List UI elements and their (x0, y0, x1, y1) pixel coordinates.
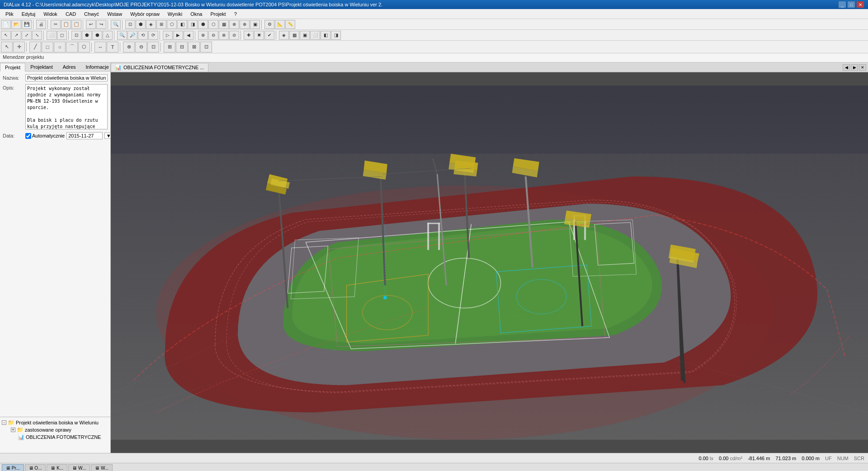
tb2-27[interactable]: ▣ (300, 31, 310, 40)
tb3-zoom-in[interactable]: ⊕ (123, 42, 135, 52)
tb2-2[interactable]: ↗ (11, 31, 21, 40)
tb3-snap2[interactable]: ⊟ (176, 42, 188, 52)
tb2-16[interactable]: ▶ (173, 31, 183, 40)
tb1-o[interactable]: 📐 (275, 20, 285, 29)
tb1-h[interactable]: ⬢ (198, 20, 208, 29)
menu-widok[interactable]: Widok (40, 10, 61, 18)
tree-zastosowane[interactable]: + 📁 zastosowane oprawy (2, 426, 108, 433)
tb2-30[interactable]: ◨ (331, 31, 341, 40)
tb1-n[interactable]: ⚙ (264, 20, 274, 29)
auto-checkbox-label[interactable]: Automatycznie (25, 133, 65, 139)
tb2-7[interactable]: ⊡ (71, 31, 81, 40)
task-btn-1[interactable]: 🖥 Pr... (2, 464, 24, 471)
window-controls[interactable]: _ □ ✕ (838, 1, 864, 8)
tb1-f[interactable]: ◧ (177, 20, 187, 29)
tb3-move[interactable]: ✛ (13, 42, 25, 52)
tb1-a[interactable]: ⊡ (125, 20, 135, 29)
print-button[interactable]: 🖨 (36, 20, 46, 29)
nazwa-input[interactable] (25, 74, 108, 81)
task-btn-4[interactable]: 🖥 W... (68, 464, 90, 471)
tab-projekt[interactable]: Projekt (0, 63, 25, 71)
tb2-19[interactable]: ⊖ (208, 31, 218, 40)
task-btn-2[interactable]: 🖥 O... (25, 464, 46, 471)
minimize-button[interactable]: _ (838, 1, 846, 8)
menu-projekt[interactable]: Projekt (207, 10, 229, 18)
tb3-snap1[interactable]: ⊞ (164, 42, 175, 52)
tb1-k[interactable]: ⊗ (229, 20, 239, 29)
tb1-b[interactable]: ⬟ (136, 20, 146, 29)
tab-projektant[interactable]: Projektant (25, 62, 58, 71)
tree-root[interactable]: - 📁 Projekt oświetlenia boiska w Wieluni… (2, 419, 108, 426)
3d-scene[interactable] (111, 72, 868, 453)
tb2-29[interactable]: ◧ (321, 31, 330, 40)
menu-chwyt[interactable]: Chwyć (80, 10, 103, 18)
tb2-25[interactable]: ◈ (279, 31, 289, 40)
tree-obliczenia[interactable]: 📊 OBLICZENIA FOTOMETRYCZNE (2, 433, 108, 441)
tb1-d[interactable]: ⊞ (156, 20, 166, 29)
tb1-i[interactable]: ⬡ (208, 20, 218, 29)
tb2-18[interactable]: ⊕ (198, 31, 208, 40)
tb3-snap4[interactable]: ⊡ (200, 42, 212, 52)
tb2-21[interactable]: ⊘ (229, 31, 239, 40)
tab-informacje[interactable]: Informacje (81, 62, 111, 71)
tb1-p[interactable]: 📏 (285, 20, 295, 29)
menu-wyniki[interactable]: Wyniki (164, 10, 186, 18)
tb1-l[interactable]: ⊕ (240, 20, 250, 29)
tb3-sel[interactable]: ↖ (1, 42, 13, 52)
tb3-zoom-fit[interactable]: ⊡ (147, 42, 159, 52)
menu-cad[interactable]: CAD (62, 10, 80, 18)
menu-wybor[interactable]: Wybór opraw (127, 10, 163, 18)
tb2-20[interactable]: ⊗ (219, 31, 229, 40)
tb2-3[interactable]: ⤢ (22, 31, 32, 40)
cut-button[interactable]: ✂ (51, 20, 61, 29)
open-button[interactable]: 📂 (11, 20, 21, 29)
date-input[interactable] (66, 132, 103, 139)
task-btn-3[interactable]: 🖥 K... (47, 464, 67, 471)
paste-button[interactable]: 📋 (71, 20, 81, 29)
tb1-e[interactable]: ⬠ (167, 20, 177, 29)
tb2-6[interactable]: ◻ (57, 31, 67, 40)
tb2-11[interactable]: 🔍 (117, 31, 127, 40)
maximize-button[interactable]: □ (847, 1, 855, 8)
tb3-zoom-out[interactable]: ⊖ (135, 42, 147, 52)
tb2-22[interactable]: ✚ (244, 31, 254, 40)
tb2-28[interactable]: ⬜ (310, 31, 320, 40)
tb3-dim[interactable]: ↔ (94, 42, 106, 52)
tb3-line[interactable]: ╱ (29, 42, 41, 52)
tb2-8[interactable]: ⬟ (82, 31, 92, 40)
opis-textarea[interactable]: Projekt wykonany został zgodnie z wymaga… (25, 84, 108, 129)
undo-button[interactable]: ↩ (86, 20, 96, 29)
tb2-1[interactable]: ↖ (1, 31, 11, 40)
tab-adres[interactable]: Adres (58, 62, 81, 71)
tree-expand-zastosowane[interactable]: + (11, 428, 15, 432)
task-btn-5[interactable]: 🖥 W... (91, 464, 113, 471)
vp-prev-button[interactable]: ◀ (843, 64, 850, 71)
tb3-circle[interactable]: ○ (54, 42, 66, 52)
tb3-snap3[interactable]: ⊠ (188, 42, 200, 52)
menu-plik[interactable]: Plik (2, 10, 17, 18)
zoom-button[interactable]: 🔍 (111, 20, 121, 29)
tb1-c[interactable]: ◈ (146, 20, 156, 29)
tb2-24[interactable]: ✔ (264, 31, 274, 40)
date-dropdown-button[interactable]: ▼ (104, 133, 110, 139)
tb2-15[interactable]: ▷ (163, 31, 173, 40)
redo-button[interactable]: ↪ (96, 20, 106, 29)
tb2-14[interactable]: ⟳ (148, 31, 158, 40)
viewport-tab[interactable]: 📊 OBLICZENIA FOTOMETRYCZNE ... (111, 63, 208, 71)
tb3-arc[interactable]: ⌒ (66, 42, 78, 52)
tb2-26[interactable]: ▦ (289, 31, 299, 40)
tb3-rect[interactable]: □ (42, 42, 53, 52)
copy-button[interactable]: 📋 (61, 20, 71, 29)
menu-help[interactable]: ? (231, 10, 241, 18)
tb3-text[interactable]: T (107, 42, 118, 52)
menu-okna[interactable]: Okna (187, 10, 206, 18)
vp-close-button[interactable]: ✕ (859, 64, 866, 71)
tree-expand-root[interactable]: - (2, 420, 6, 425)
vp-next-button[interactable]: ▶ (851, 64, 858, 71)
tb1-j[interactable]: ▦ (219, 20, 229, 29)
tb2-4[interactable]: ⤡ (32, 31, 42, 40)
tb2-5[interactable]: ⬜ (47, 31, 57, 40)
tb2-23[interactable]: ✖ (254, 31, 264, 40)
auto-checkbox[interactable] (25, 133, 31, 139)
tb2-9[interactable]: ⬢ (92, 31, 102, 40)
